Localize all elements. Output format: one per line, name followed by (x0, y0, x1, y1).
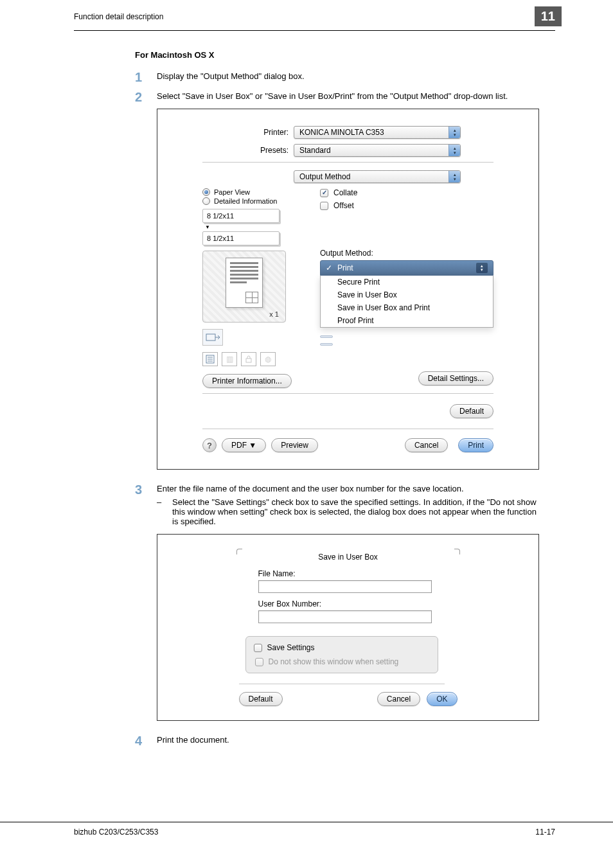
figure-save-userbox-dialog: Save in User Box File Name: User Box Num… (157, 534, 539, 721)
pdf-button[interactable]: PDF ▼ (222, 438, 266, 452)
dd-option-secure-print[interactable]: Secure Print (321, 276, 493, 288)
printer-information-button[interactable]: Printer Information... (202, 374, 292, 388)
file-name-input[interactable] (258, 580, 432, 593)
size2-text: 8 1/2x11 (207, 235, 234, 242)
size-box-1: 8 1/2x11 (202, 209, 280, 223)
step-3-sub-text: Select the "Save Settings" check box to … (172, 497, 539, 526)
offset-label: Offset (333, 201, 354, 210)
printer-combo[interactable]: KONICA MINOLTA C353 ▴▾ (294, 126, 461, 139)
default-button[interactable]: Default (450, 404, 493, 418)
step-2: Select "Save in User Box" or "Save in Us… (135, 91, 539, 470)
doc-list-icon (202, 352, 218, 366)
preview-button[interactable]: Preview (271, 438, 318, 452)
dd-selected: Print (337, 263, 353, 272)
size-box-2: 8 1/2x11 (202, 231, 280, 245)
page-preview-card: x 1 (202, 251, 286, 323)
stack-icon: ▥ (222, 352, 237, 366)
panel-combo[interactable]: Output Method ▴▾ (294, 170, 461, 183)
detail-settings-button[interactable]: Detail Settings... (418, 371, 493, 385)
step-1-text: Display the "Output Method" dialog box. (157, 71, 305, 81)
save-cancel-button[interactable]: Cancel (377, 692, 420, 706)
presets-label: Presets: (241, 146, 294, 155)
presets-value: Standard (299, 146, 331, 155)
step-4-text: Print the document. (157, 735, 229, 745)
updown-icon: ▴▾ (449, 171, 460, 182)
svg-rect-0 (206, 334, 215, 341)
output-method-dropdown[interactable]: ✓ Print ▴▾ Secure Print Save in User Box… (320, 260, 493, 328)
userbox-number-label: User Box Number: (258, 599, 458, 608)
step-3: Enter the file name of the document and … (135, 484, 539, 721)
cancel-button[interactable]: Cancel (405, 438, 448, 452)
divider (202, 162, 493, 163)
thin-bar-1 (320, 335, 333, 338)
step-2-text: Select "Save in User Box" or "Save in Us… (157, 91, 508, 101)
save-settings-group: Save Settings Do not show this window wh… (245, 636, 438, 673)
tri-down-icon: ▼ (205, 224, 308, 230)
step-4: Print the document. (135, 735, 539, 745)
svg-rect-5 (246, 359, 251, 362)
save-settings-checkbox[interactable] (254, 644, 262, 652)
donotshow-checkbox[interactable] (255, 658, 263, 666)
paperview-radio[interactable] (202, 188, 210, 196)
updown-icon: ▴▾ (449, 127, 460, 138)
save-default-button[interactable]: Default (239, 692, 283, 706)
dd-option-proof-print[interactable]: Proof Print (321, 314, 493, 327)
figure-print-dialog: Printer: KONICA MINOLTA C353 ▴▾ Presets:… (157, 109, 539, 470)
help-icon[interactable]: ? (202, 438, 217, 452)
thin-bar-2 (320, 343, 333, 346)
file-name-label: File Name: (258, 569, 458, 578)
userbox-number-input[interactable] (258, 610, 432, 623)
chapter-number-box: 11 (535, 6, 562, 26)
detailedinfo-radio[interactable] (202, 197, 210, 205)
size1-text: 8 1/2x11 (207, 212, 234, 220)
dd-option-save-user-box-print[interactable]: Save in User Box and Print (321, 301, 493, 314)
printer-value: KONICA MINOLTA C353 (299, 128, 384, 137)
dd-list: Secure Print Save in User Box Save in Us… (320, 276, 493, 328)
dd-option-save-user-box[interactable]: Save in User Box (321, 288, 493, 301)
offset-checkbox[interactable] (320, 202, 328, 210)
updown-icon: ▴▾ (449, 145, 460, 156)
globe-icon: ◍ (260, 352, 276, 366)
save-ok-button[interactable]: OK (427, 692, 457, 706)
output-method-label: Output Method: (320, 249, 493, 258)
check-icon: ✓ (326, 263, 332, 272)
tray-output-icon (202, 329, 223, 346)
lock-icon (241, 352, 256, 366)
subsection-heading: For Macintosh OS X (135, 50, 539, 60)
updown-icon: ▴▾ (476, 263, 488, 273)
step-1: Display the "Output Method" dialog box. (135, 71, 539, 81)
step-3-text: Enter the file name of the document and … (157, 484, 464, 493)
footer-right: 11-17 (535, 828, 555, 837)
save-settings-label: Save Settings (267, 643, 315, 652)
document-preview-icon (226, 258, 263, 308)
detailedinfo-label: Detailed Information (214, 197, 277, 205)
divider (239, 684, 445, 684)
save-dialog-title: Save in User Box (239, 553, 458, 562)
x1-label: x 1 (269, 310, 279, 318)
header-left: Function detail description (74, 12, 163, 21)
divider (202, 393, 493, 394)
footer-left: bizhub C203/C253/C353 (74, 828, 158, 837)
paperview-label: Paper View (214, 188, 250, 196)
printer-label: Printer: (241, 128, 294, 137)
collate-checkbox[interactable] (320, 189, 328, 197)
donotshow-label: Do not show this window when setting (269, 657, 399, 666)
collate-label: Collate (333, 188, 357, 197)
print-button[interactable]: Print (458, 438, 493, 452)
panel-value: Output Method (299, 172, 350, 181)
presets-combo[interactable]: Standard ▴▾ (294, 144, 461, 157)
dash-icon: – (157, 497, 164, 526)
